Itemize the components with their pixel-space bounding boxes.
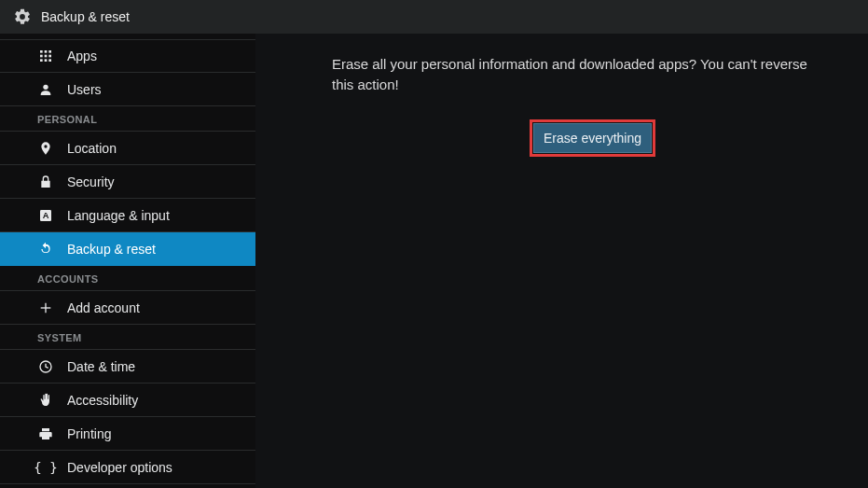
svg-rect-0 (40, 50, 43, 53)
svg-rect-4 (45, 55, 48, 58)
sidebar-section-system: SYSTEM (0, 325, 255, 350)
sidebar-item-label: Users (67, 82, 102, 97)
svg-rect-1 (45, 50, 48, 53)
svg-point-9 (43, 84, 48, 89)
svg-rect-2 (48, 50, 51, 53)
sidebar-item-security[interactable]: Security (0, 165, 255, 199)
sidebar-item-label: Language & input (67, 208, 170, 223)
braces-icon: { } (37, 459, 54, 476)
sidebar-item-add-account[interactable]: Add account (0, 291, 255, 325)
hand-icon (37, 392, 54, 409)
lock-icon (37, 174, 54, 190)
svg-text:A: A (43, 211, 49, 220)
sidebar-item-location[interactable]: Location (0, 132, 255, 165)
svg-rect-3 (40, 55, 43, 58)
sidebar-section-personal: PERSONAL (0, 106, 255, 132)
sidebar-item-label: Printing (67, 426, 111, 441)
sidebar-item-about-device[interactable]: About device (0, 484, 255, 488)
header-title: Backup & reset (41, 9, 130, 24)
plus-icon (37, 300, 54, 316)
sidebar-item-backup-reset[interactable]: Backup & reset (0, 232, 255, 266)
sidebar-item-language-input[interactable]: A Language & input (0, 199, 255, 232)
sidebar-item-printing[interactable]: Printing (0, 417, 255, 451)
sidebar-item-label: Add account (67, 300, 140, 315)
svg-rect-7 (45, 59, 48, 62)
sidebar-item-label: Security (67, 174, 115, 189)
svg-rect-6 (40, 59, 43, 62)
sidebar-item-accessibility[interactable]: Accessibility (0, 383, 255, 417)
apps-icon (37, 48, 54, 64)
content-pane: Erase all your personal information and … (255, 34, 868, 488)
sidebar-item-label: Backup & reset (67, 242, 156, 257)
restore-icon (37, 241, 54, 258)
app-header: Backup & reset (0, 0, 868, 34)
sidebar-item-label: Location (67, 141, 117, 156)
svg-rect-5 (48, 55, 51, 58)
svg-rect-8 (48, 59, 51, 62)
sidebar-item-label: Apps (67, 49, 97, 63)
printer-icon (37, 425, 54, 442)
sidebar-item-label: Accessibility (67, 393, 138, 408)
sidebar-item-users[interactable]: Users (0, 73, 255, 106)
language-icon: A (37, 207, 54, 224)
sidebar-item-developer-options[interactable]: { } Developer options (0, 451, 255, 484)
sidebar-item-apps[interactable]: Apps (0, 39, 255, 73)
sidebar-section-accounts: ACCOUNTS (0, 266, 255, 291)
clock-icon (37, 358, 54, 375)
sidebar-item-label: Date & time (67, 359, 135, 374)
location-icon (37, 140, 54, 157)
sidebar-item-label: Developer options (67, 460, 172, 475)
erase-warning-text: Erase all your personal information and … (332, 54, 816, 95)
erase-everything-highlight: Erase everything (530, 119, 655, 157)
users-icon (37, 81, 54, 98)
erase-everything-button[interactable]: Erase everything (533, 123, 652, 153)
settings-gear-icon (13, 7, 32, 26)
settings-sidebar: Apps Users PERSONAL Location Security A (0, 34, 255, 488)
sidebar-item-date-time[interactable]: Date & time (0, 350, 255, 383)
